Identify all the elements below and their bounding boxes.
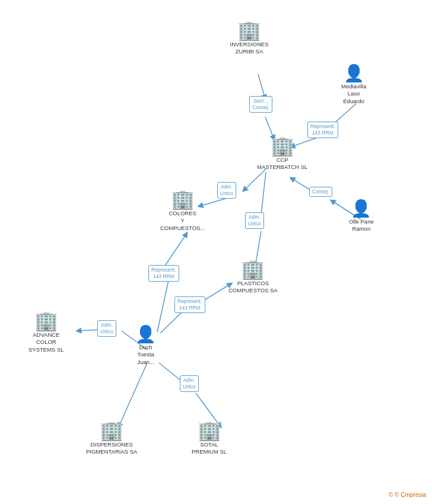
building-icon-colores: 🏢	[171, 190, 195, 209]
svg-line-12	[160, 310, 184, 333]
copyright: © © Çmpresia	[389, 492, 426, 498]
building-icon-ccp: 🏢	[271, 136, 294, 155]
building-icon-advance: 🏢	[34, 311, 58, 330]
node-duch: 👤 DuchTuestaJuan...	[135, 326, 156, 366]
badge-represent-b6: Represent.143 RRM	[148, 265, 179, 282]
node-mediavilla: 👤 MediavillaLasoEduardo	[341, 65, 366, 105]
person-icon-duch: 👤	[135, 326, 156, 343]
diagram-container: 🏢 INVERSIONES ZURIBI SA 🏢 CCPMASTERBATCH…	[0, 0, 432, 504]
node-olle: 👤 Olle PaneRamon	[349, 200, 374, 233]
label-plasticos: PLASTICOSCOMPUESTOS SA	[228, 280, 278, 295]
label-duch: DuchTuestaJuan...	[137, 344, 154, 366]
badge-adm-unico-b4: Adm.Unico	[245, 212, 264, 229]
label-colores: COLORESYCOMPUESTOS...	[160, 210, 205, 232]
badge-secr-consej: Secr. ,Consej.	[249, 96, 272, 113]
node-plasticos: 🏢 PLASTICOSCOMPUESTOS SA	[228, 260, 278, 295]
node-colores: 🏢 COLORESYCOMPUESTOS...	[160, 190, 205, 232]
building-icon-dispersiones: 🏢	[100, 421, 123, 440]
label-advance: ADVANCECOLORSYSTEMS SL	[28, 331, 64, 353]
label-dispersiones: DISPERSIONESPIGMENTARIAS SA	[86, 441, 137, 456]
node-advance: 🏢 ADVANCECOLORSYSTEMS SL	[28, 311, 64, 353]
building-icon-inversiones: 🏢	[237, 21, 261, 40]
badge-adm-unico-b3: Adm.Unico	[217, 182, 236, 199]
node-sotal: 🏢 SOTALPREMIUM SL	[192, 421, 227, 456]
svg-line-10	[157, 277, 169, 332]
label-inversiones: INVERSIONES ZURIBI SA	[223, 41, 276, 56]
label-sotal: SOTALPREMIUM SL	[192, 441, 227, 456]
badge-represent-top: Represent.143 RRM	[307, 122, 338, 138]
copyright-symbol: ©	[389, 492, 393, 498]
badge-adm-unico-b8: Adm.Unico	[97, 320, 116, 337]
copyright-text: © Çmpresia	[395, 492, 426, 498]
node-inversiones: 🏢 INVERSIONES ZURIBI SA	[223, 21, 276, 56]
badge-consej-b5: Consej.	[309, 187, 332, 197]
person-icon-mediavilla: 👤	[344, 65, 364, 82]
label-mediavilla: MediavillaLasoEduardo	[341, 83, 366, 105]
label-ccp: CCPMASTERBATCH SL	[257, 157, 307, 171]
badge-represent-b7: Represent.143 RRM	[174, 296, 205, 313]
building-icon-sotal: 🏢	[198, 421, 221, 440]
svg-line-6	[261, 172, 266, 215]
node-dispersiones: 🏢 DISPERSIONESPIGMENTARIAS SA	[86, 421, 137, 456]
node-ccp: 🏢 CCPMASTERBATCH SL	[257, 136, 307, 171]
building-icon-plasticos: 🏢	[241, 260, 265, 279]
person-icon-olle: 👤	[351, 200, 371, 217]
svg-line-4	[243, 169, 266, 191]
svg-line-18	[119, 363, 147, 427]
badge-adm-unico-b9: Adm.Unico	[180, 375, 199, 392]
svg-line-0	[258, 74, 265, 99]
label-olle: Olle PaneRamon	[349, 218, 374, 233]
